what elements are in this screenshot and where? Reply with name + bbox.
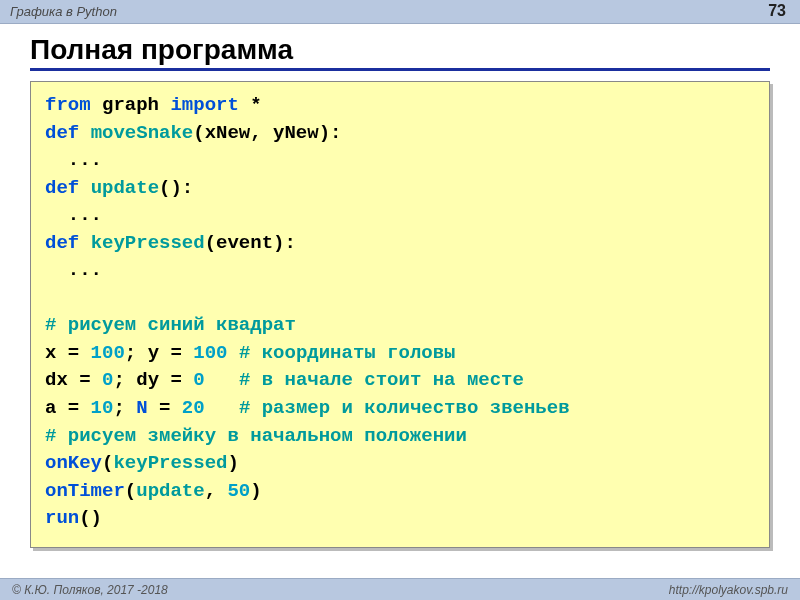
code-container: from graph import * def moveSnake(xNew, … bbox=[0, 77, 800, 548]
l12-c: = bbox=[148, 397, 182, 419]
args-update: (): bbox=[159, 177, 193, 199]
fn-movesnake: moveSnake bbox=[91, 122, 194, 144]
fn-update: update bbox=[91, 177, 159, 199]
heading-wrap: Полная программа bbox=[0, 24, 800, 77]
kw-import: import bbox=[170, 94, 238, 116]
l12-a: a = bbox=[45, 397, 91, 419]
num-100-y: 100 bbox=[193, 342, 227, 364]
l16-a: () bbox=[79, 507, 102, 529]
kw-def-3: def bbox=[45, 232, 79, 254]
num-10-a: 10 bbox=[91, 397, 114, 419]
page-number: 73 bbox=[768, 2, 786, 20]
l12-b: ; bbox=[113, 397, 136, 419]
comment-head-coords: # координаты головы bbox=[239, 342, 456, 364]
l11-c bbox=[205, 369, 239, 391]
kw-def-2: def bbox=[45, 177, 79, 199]
topbar: Графика в Python bbox=[0, 0, 800, 24]
comment-size-count: # размер и количество звеньев bbox=[239, 397, 570, 419]
num-0-dy: 0 bbox=[193, 369, 204, 391]
l14-b: ) bbox=[227, 452, 238, 474]
slide: Графика в Python 73 Полная программа fro… bbox=[0, 0, 800, 600]
footer-copyright: © К.Ю. Поляков, 2017 -2018 bbox=[12, 583, 168, 597]
args-movesnake: (xNew, yNew): bbox=[193, 122, 341, 144]
l15-c: ) bbox=[250, 480, 261, 502]
var-N: N bbox=[136, 397, 147, 419]
call-run: run bbox=[45, 507, 79, 529]
l11-a: dx = bbox=[45, 369, 102, 391]
kw-from: from bbox=[45, 94, 91, 116]
comment-draw-snake: # рисуем змейку в начальном положении bbox=[45, 425, 467, 447]
num-20-N: 20 bbox=[182, 397, 205, 419]
ellipsis-3: ... bbox=[45, 259, 102, 281]
num-100-x: 100 bbox=[91, 342, 125, 364]
arg-update: update bbox=[136, 480, 204, 502]
l10-b: ; y = bbox=[125, 342, 193, 364]
footer: © К.Ю. Поляков, 2017 -2018 http://kpolya… bbox=[0, 578, 800, 600]
topbar-title: Графика в Python bbox=[10, 4, 117, 19]
l12-d bbox=[205, 397, 239, 419]
star: * bbox=[250, 94, 261, 116]
footer-url: http://kpolyakov.spb.ru bbox=[669, 583, 788, 597]
code-block: from graph import * def moveSnake(xNew, … bbox=[30, 81, 770, 548]
kw-def-1: def bbox=[45, 122, 79, 144]
call-ontimer: onTimer bbox=[45, 480, 125, 502]
l15-b: , bbox=[205, 480, 228, 502]
l14-a: ( bbox=[102, 452, 113, 474]
arg-keypressed: keyPressed bbox=[113, 452, 227, 474]
ellipsis-1: ... bbox=[45, 149, 102, 171]
mod-graph: graph bbox=[102, 94, 159, 116]
slide-heading: Полная программа bbox=[30, 34, 770, 71]
num-0-dx: 0 bbox=[102, 369, 113, 391]
comment-draw-square: # рисуем синий квадрат bbox=[45, 314, 296, 336]
l11-b: ; dy = bbox=[113, 369, 193, 391]
num-50: 50 bbox=[227, 480, 250, 502]
ellipsis-2: ... bbox=[45, 204, 102, 226]
args-keypressed: (event): bbox=[205, 232, 296, 254]
fn-keypressed: keyPressed bbox=[91, 232, 205, 254]
l10-c bbox=[227, 342, 238, 364]
l10-a: x = bbox=[45, 342, 91, 364]
l15-a: ( bbox=[125, 480, 136, 502]
call-onkey: onKey bbox=[45, 452, 102, 474]
comment-initial-still: # в начале стоит на месте bbox=[239, 369, 524, 391]
